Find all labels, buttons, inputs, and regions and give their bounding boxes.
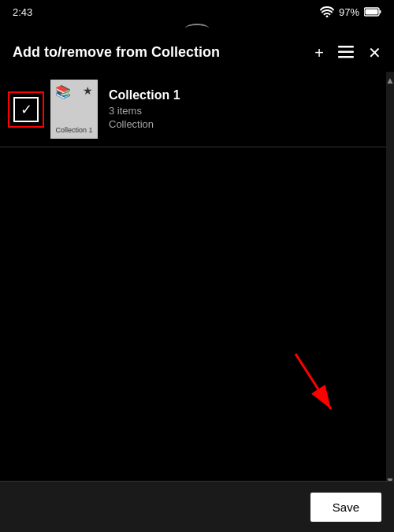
svg-rect-1 (366, 9, 378, 15)
add-icon[interactable]: + (314, 45, 324, 61)
scroll-up-arrow[interactable]: ▲ (385, 75, 394, 86)
list-item: ✓ 📚 ★ Collection 1 Collection 1 3 items … (0, 72, 394, 147)
collection-thumbnail: 📚 ★ Collection 1 (50, 80, 98, 139)
collection-name: Collection 1 (109, 88, 355, 102)
svg-rect-5 (338, 56, 354, 58)
header-actions: + ✕ (314, 45, 381, 61)
bookmark-icon: ★ (83, 84, 93, 99)
collection-checkbox[interactable]: ✓ (8, 91, 44, 128)
filter-icon[interactable] (338, 45, 354, 61)
scrollbar[interactable]: ▲ ▼ (386, 72, 394, 489)
collection-type: Collection (109, 118, 355, 130)
save-button[interactable]: Save (310, 493, 381, 522)
collection-info: Collection 1 3 items Collection (109, 88, 355, 130)
collection-list: ✓ 📚 ★ Collection 1 Collection 1 3 items … (0, 72, 394, 147)
swipe-indicator (0, 24, 394, 36)
status-bar: 2:43 97% (0, 0, 394, 24)
battery-percentage: 97% (339, 6, 359, 18)
thumbnail-label: Collection 1 (50, 126, 98, 134)
battery-icon (364, 7, 381, 17)
svg-rect-3 (338, 46, 354, 48)
library-icon: 📚 (55, 84, 71, 99)
status-time: 2:43 (13, 6, 32, 18)
close-icon[interactable]: ✕ (368, 45, 381, 61)
svg-rect-2 (380, 10, 381, 13)
wifi-icon (320, 6, 334, 17)
svg-rect-4 (338, 50, 354, 53)
book-top-icons: 📚 ★ (50, 84, 98, 99)
bottom-bar: Save (0, 481, 394, 532)
collection-count: 3 items (109, 105, 355, 117)
header-title: Add to/remove from Collection (13, 44, 314, 61)
svg-line-7 (296, 354, 331, 409)
checkbox-inner: ✓ (13, 97, 39, 122)
content-area: ✓ 📚 ★ Collection 1 Collection 1 3 items … (0, 72, 394, 482)
header: Add to/remove from Collection + ✕ (0, 36, 394, 72)
annotation-arrow (280, 346, 351, 428)
status-right: 97% (320, 6, 381, 18)
checkmark-icon: ✓ (20, 102, 32, 117)
swipe-arc (185, 24, 209, 33)
